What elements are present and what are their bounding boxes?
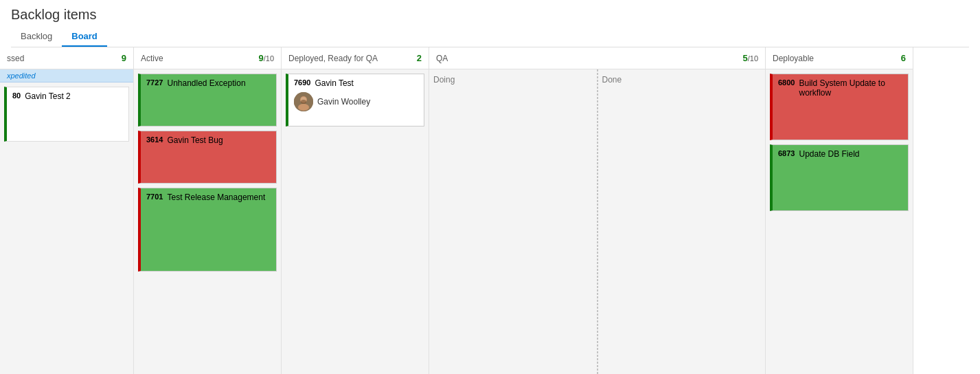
sub-col-title-doing: Doing — [433, 74, 593, 89]
col-body-deployed: 7690 Gavin Test — [282, 69, 429, 374]
col-title-active: Active — [141, 54, 163, 63]
card-id-6873: 6873 — [778, 149, 795, 157]
qa-sub-columns: Doing Done — [429, 69, 765, 374]
col-count-qa: 5/10 — [742, 53, 758, 63]
card-title-7727: Unhandled Exception — [167, 78, 245, 88]
col-count-active: 9/10 — [258, 53, 274, 63]
card-title-80: Gavin Test 2 — [25, 91, 70, 101]
col-body-deployable: 6800 Build System Update to workflow 687… — [766, 69, 913, 374]
card-title-7701: Test Release Management — [167, 192, 265, 202]
card-3614[interactable]: 3614 Gavin Test Bug — [138, 131, 277, 184]
card-id-6800: 6800 — [778, 78, 795, 87]
svg-point-4 — [301, 100, 306, 104]
col-header-deployed: Deployed, Ready for QA 2 — [282, 47, 429, 69]
assignee-name: Gavin Woolley — [317, 97, 370, 107]
col-count-deployable: 6 — [901, 53, 906, 63]
avatar-gavin — [294, 92, 313, 111]
col-body-assessed: 80 Gavin Test 2 — [0, 82, 133, 374]
col-header-active: Active 9/10 — [134, 47, 281, 69]
card-7701[interactable]: 7701 Test Release Management — [138, 188, 277, 272]
page-title: Backlog items — [11, 7, 969, 23]
card-80[interactable]: 80 Gavin Test 2 — [4, 87, 129, 142]
column-qa: QA 5/10 Doing Done — [429, 47, 766, 374]
card-7690[interactable]: 7690 Gavin Test — [286, 74, 424, 126]
col-count-assessed: 9 — [122, 53, 126, 63]
col-header-deployable: Deployable 6 — [766, 47, 913, 69]
card-id-7701: 7701 — [146, 192, 163, 201]
col-count-deployed: 2 — [417, 53, 422, 63]
card-id-7727: 7727 — [146, 78, 163, 87]
tab-board[interactable]: Board — [62, 27, 107, 47]
sub-col-title-done: Done — [602, 74, 762, 89]
col-header-assessed: ssed 9 — [0, 47, 133, 69]
sub-col-doing: Doing — [429, 69, 597, 374]
column-deployed: Deployed, Ready for QA 2 7690 Gavin Test — [282, 47, 429, 374]
page-header: Backlog items Backlog Board — [0, 0, 980, 47]
card-id-7690: 7690 — [294, 78, 310, 87]
card-7727[interactable]: 7727 Unhandled Exception — [138, 74, 277, 126]
board-columns: ssed 9 xpedited 80 Gavin Test 2 Active — [0, 47, 980, 374]
board-container: ssed 9 xpedited 80 Gavin Test 2 Active — [0, 47, 980, 374]
card-title-3614: Gavin Test Bug — [167, 135, 223, 145]
col-body-active: 7727 Unhandled Exception 3614 Gavin Test… — [134, 69, 281, 374]
col-header-qa: QA 5/10 — [429, 47, 765, 69]
expedited-bar-assessed: xpedited — [0, 69, 133, 82]
card-title-6800: Build System Update to workflow — [799, 78, 902, 98]
card-id-80: 80 — [12, 91, 21, 100]
col-title-deployable: Deployable — [773, 54, 814, 63]
nav-tabs: Backlog Board — [11, 27, 969, 47]
col-title-deployed: Deployed, Ready for QA — [288, 54, 378, 63]
card-title-6873: Update DB Field — [799, 149, 859, 159]
col-title-assessed: ssed — [7, 54, 24, 63]
column-assessed: ssed 9 xpedited 80 Gavin Test 2 — [0, 47, 134, 374]
tab-backlog[interactable]: Backlog — [11, 27, 62, 47]
card-id-3614: 3614 — [146, 135, 163, 144]
sub-col-done: Done — [597, 69, 766, 374]
card-title-7690: Gavin Test — [315, 78, 353, 88]
col-title-qa: QA — [436, 54, 448, 63]
card-6800[interactable]: 6800 Build System Update to workflow — [770, 74, 909, 140]
card-6873[interactable]: 6873 Update DB Field — [770, 144, 909, 211]
avatar-img — [294, 92, 313, 111]
column-deployable: Deployable 6 6800 Build System Update to… — [766, 47, 913, 374]
svg-point-2 — [298, 104, 309, 111]
column-active: Active 9/10 7727 Unhandled Exception — [134, 47, 282, 374]
